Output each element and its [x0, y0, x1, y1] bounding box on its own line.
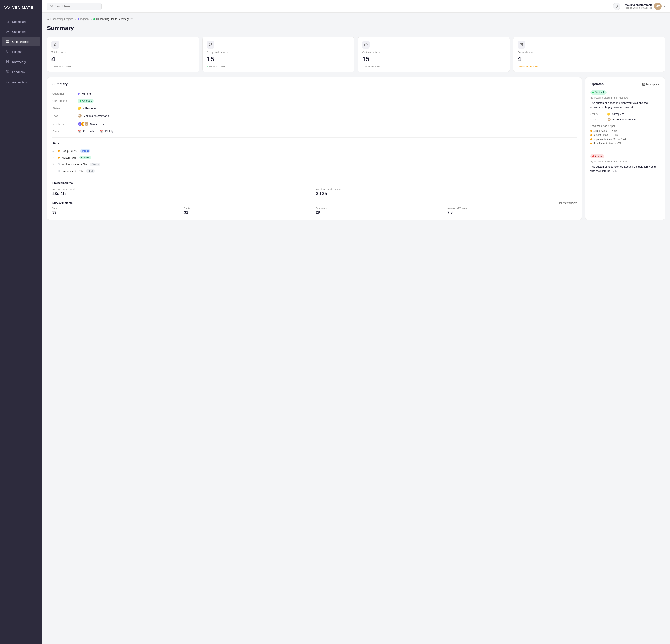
breadcrumb-pigment[interactable]: Pigment — [78, 18, 89, 21]
onb-health-badge: On track — [78, 99, 94, 103]
update-author: By Maxima Mustermann — [590, 160, 617, 163]
step-tasks-badge: 1 task — [86, 169, 95, 173]
survey-stat-label: Views — [52, 207, 182, 210]
on-time-tasks-icon — [362, 41, 370, 49]
survey-stats: Views 39 Starts 31 Responses 28 Average … — [52, 207, 577, 215]
insight-value: 23d 1h — [52, 191, 313, 196]
step-number: 4 — [52, 170, 56, 172]
breadcrumb-label: Onboarding Projects — [50, 18, 73, 21]
progress-row-enablement: Enablement • 0% → 0% — [590, 141, 660, 146]
step-item: 4 Enablement • 0% 1 task — [52, 168, 577, 174]
step-label: Enablement • 0% — [62, 170, 82, 173]
customers-icon — [5, 30, 10, 34]
update-meta: By Maxima Mustermann 4d ago — [590, 160, 660, 163]
sidebar-item-label: Knowledge — [12, 60, 27, 64]
updates-title: Updates — [590, 82, 604, 86]
info-label: Lead — [52, 114, 78, 117]
stat-card-on-time-tasks: On time tasks ? 15 ↑ 1% vs last week — [358, 37, 510, 72]
view-survey-button[interactable]: View survey — [559, 201, 577, 205]
stat-trend: ↑ 1% vs last week — [207, 65, 350, 68]
user-profile[interactable]: Maxima Mustermann Head of Customer Succe… — [624, 2, 665, 10]
survey-stat-value: 39 — [52, 210, 182, 215]
pigment-dot-icon — [78, 18, 79, 20]
breadcrumb-separator: › — [75, 18, 76, 21]
sidebar-item-onboardings[interactable]: Onboardings — [2, 37, 40, 47]
stat-value: 4 — [518, 55, 661, 63]
survey-stat-starts: Starts 31 — [184, 207, 313, 215]
breadcrumb-health-summary[interactable]: Onboarding Health Summary — [93, 18, 129, 21]
survey-icon — [559, 202, 562, 204]
stat-label: Delayed tasks ? — [518, 51, 661, 54]
trend-warn-icon: ↓ — [518, 65, 519, 68]
info-row-customer: Customer Pigment — [52, 90, 577, 97]
update-meta: By Maxima Mustermann just now — [590, 96, 660, 99]
breadcrumb-more-button[interactable]: ••• — [131, 18, 133, 21]
update-detail-status: Status 🟡 In Progress — [590, 111, 660, 117]
page-title: Summary — [47, 25, 665, 31]
svg-rect-2 — [6, 41, 9, 42]
survey-stat-nps: Average NPS score 7.8 — [447, 207, 577, 215]
update-badge-at-risk: At risk — [590, 154, 604, 158]
step-item: 2 Kickoff • 0% 12 tasks — [52, 154, 577, 161]
info-value: Pigment — [78, 92, 91, 95]
sidebar-item-label: Feedback — [12, 70, 25, 74]
sidebar-item-support[interactable]: Support — [2, 47, 40, 56]
updates-section: Updates New update On track — [585, 77, 665, 220]
breadcrumb-onboarding-projects[interactable]: Onboarding Projects — [47, 18, 73, 21]
main: Maxima Mustermann Head of Customer Succe… — [42, 0, 670, 644]
survey-stat-value: 7.8 — [447, 210, 577, 215]
logo: VEN MATE — [0, 0, 42, 15]
progress-row-setup: Setup • 33% → 43% — [590, 129, 660, 133]
update-detail-value: MM Maxima Mustermann — [607, 118, 635, 121]
content: Onboarding Projects › Pigment › Onboardi… — [42, 13, 670, 644]
svg-rect-1 — [6, 40, 9, 41]
notifications-button[interactable] — [613, 2, 620, 10]
step-label: Setup • 33% — [62, 149, 77, 153]
search-input[interactable] — [55, 5, 97, 8]
sidebar-item-customers[interactable]: Customers — [2, 27, 40, 36]
info-row-onb-health: Onb. Health On track — [52, 97, 577, 105]
onboardings-icon — [5, 40, 10, 44]
progress-dot-icon — [590, 139, 592, 140]
arrow-right-icon: → — [614, 142, 616, 145]
breadcrumb: Onboarding Projects › Pigment › Onboardi… — [47, 18, 665, 21]
status-icon: 🟡 — [78, 106, 81, 110]
logo-icon — [4, 4, 11, 11]
search-icon — [50, 4, 53, 8]
info-value: 📅 31 March → 📅 12 July — [78, 130, 113, 133]
step-label: Kickoff • 0% — [62, 156, 76, 159]
survey-stat-label: Responses — [316, 207, 445, 210]
trend-up-icon: ↑ — [52, 65, 53, 68]
members-avatars: A B M — [78, 122, 89, 126]
sidebar-item-automation[interactable]: ⚙ Automation — [2, 78, 40, 87]
step-tasks-badge: 4 tasks — [80, 149, 90, 153]
info-label: Members — [52, 122, 78, 126]
update-lead-avatar: MM — [607, 118, 611, 121]
search-bar[interactable] — [47, 2, 102, 10]
knowledge-icon — [5, 60, 10, 64]
sidebar-item-dashboard[interactable]: ⊙ Dashboard — [2, 17, 40, 26]
sidebar-item-knowledge[interactable]: Knowledge — [2, 57, 40, 67]
arrow-right-icon: → — [611, 134, 613, 136]
support-icon — [5, 50, 10, 54]
update-divider — [590, 150, 660, 151]
automation-icon: ⚙ — [5, 80, 10, 84]
stat-trend: ↓ +25% vs last week — [518, 65, 661, 68]
trend-up-icon: ↑ — [207, 65, 208, 68]
trend-up-icon: ↑ — [362, 65, 363, 68]
svg-point-7 — [51, 5, 52, 6]
arrow-right-icon: → — [96, 130, 98, 133]
update-text: The customer onboaring went very well an… — [590, 101, 660, 109]
status-icon: 🟡 — [607, 113, 611, 116]
sidebar-item-feedback[interactable]: Feedback — [2, 67, 40, 77]
total-tasks-icon — [52, 41, 59, 49]
update-item-at-risk: At risk By Maxima Mustermann 4d ago The … — [590, 154, 660, 173]
divider — [52, 177, 577, 177]
new-update-button[interactable]: New update — [642, 83, 660, 86]
insights-grid: Avg. time spent per step 23d 1h Avg. tim… — [52, 188, 577, 196]
update-detail-label: Status — [590, 113, 607, 116]
step-number: 1 — [52, 149, 56, 152]
info-row-members: Members A B M 3 members — [52, 120, 577, 128]
new-update-icon — [642, 83, 645, 86]
dashboard-icon: ⊙ — [5, 20, 10, 24]
